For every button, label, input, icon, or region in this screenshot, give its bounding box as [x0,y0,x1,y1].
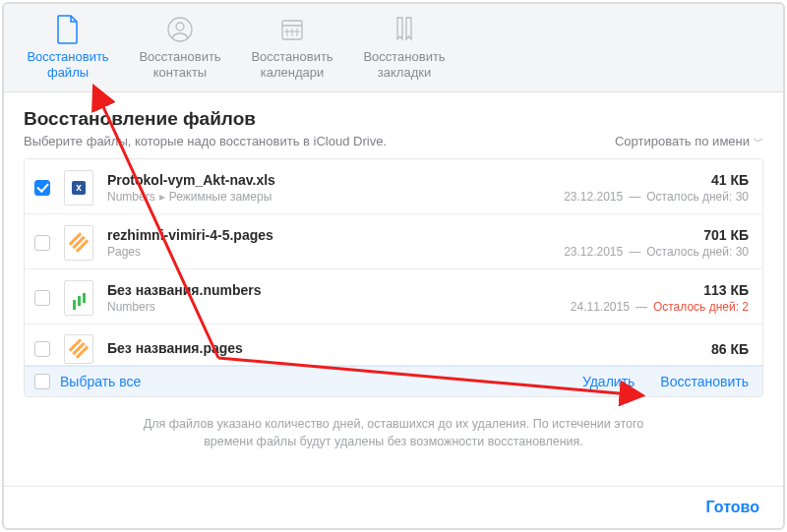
sort-label: Сортировать по имени [615,134,750,148]
file-row[interactable]: rezhimni-vimiri-4-5.pages Pages 701 КБ 2… [25,214,762,269]
tab-restore-files[interactable]: Восстановить файлы [12,14,124,88]
tab-label-line1: Восстановить [139,49,220,65]
tab-restore-bookmarks[interactable]: Восстановить закладки [348,14,460,88]
tab-restore-calendars[interactable]: Восстановить календари [236,14,348,88]
restore-button[interactable]: Восстановить [660,374,749,389]
tab-label-line1: Восстановить [251,49,333,65]
file-deadline: 23.12.2015—Осталось дней: 30 [564,245,749,259]
tab-label-line2: календари [261,65,325,81]
file-name: rezhimni-vimiri-4-5.pages [107,227,564,243]
page-title: Восстановление файлов [24,108,763,130]
row-checkbox[interactable] [34,341,50,357]
file-name: Protokol-vym_Akt-nav.xls [107,172,564,188]
page-subtitle: Выберите файлы, которые надо восстановит… [24,134,387,148]
file-row[interactable]: Без названия.numbers Numbers 113 КБ 24.1… [25,269,762,325]
tab-label-line2: закладки [378,65,431,81]
file-deadline: 24.11.2015—Осталось дней: 2 [571,300,749,314]
delete-button[interactable]: Удалить [582,374,635,389]
file-row[interactable]: Protokol-vym_Akt-nav.xls Numbers▸Режимны… [25,159,762,214]
window-frame: Восстановить файлы Восстановить контакты… [2,2,785,530]
select-all-button[interactable]: Выбрать все [34,374,141,389]
list-action-bar: Выбрать все Удалить Восстановить [25,366,762,396]
top-toolbar: Восстановить файлы Восстановить контакты… [4,4,783,92]
select-all-checkbox[interactable] [34,374,50,389]
hint-text: Для файлов указано количество дней, оста… [118,415,669,450]
sort-dropdown[interactable]: Сортировать по имени ﹀ [615,134,763,148]
file-name: Без названия.pages [107,340,711,356]
select-all-label: Выбрать все [60,374,141,389]
row-checkbox[interactable] [34,235,50,251]
file-type-icon [64,170,93,206]
file-list: Protokol-vym_Akt-nav.xls Numbers▸Режимны… [24,158,763,397]
bookmark-icon [392,14,417,45]
file-size: 701 КБ [564,227,749,243]
file-type-icon [64,334,93,364]
contact-icon [167,14,193,45]
tab-label-line2: файлы [47,65,89,81]
tab-label-line1: Восстановить [363,49,445,65]
content-area: Восстановление файлов Выберите файлы, ко… [4,92,783,486]
file-name: Без названия.numbers [107,282,571,298]
file-icon [55,14,81,45]
file-location: Pages [107,245,564,259]
file-type-icon [64,225,93,261]
file-row[interactable]: Без названия.pages 86 КБ [25,325,762,366]
row-checkbox[interactable] [34,180,50,196]
file-type-icon [64,280,93,316]
file-size: 41 КБ [564,172,749,188]
calendar-icon [279,14,305,45]
chevron-down-icon: ﹀ [754,135,763,148]
done-button[interactable]: Готово [706,499,759,516]
file-location: Numbers [107,300,571,314]
row-checkbox[interactable] [34,290,50,306]
tab-label-line1: Восстановить [27,49,108,65]
file-deadline: 23.12.2015—Осталось дней: 30 [564,190,749,204]
file-size: 113 КБ [571,282,749,298]
tab-restore-contacts[interactable]: Восстановить контакты [124,14,236,88]
dialog-footer: Готово [4,486,783,528]
tab-label-line2: контакты [153,65,207,81]
svg-point-1 [176,23,184,30]
file-location: Numbers▸Режимные замеры [107,190,564,204]
file-size: 86 КБ [711,341,749,357]
